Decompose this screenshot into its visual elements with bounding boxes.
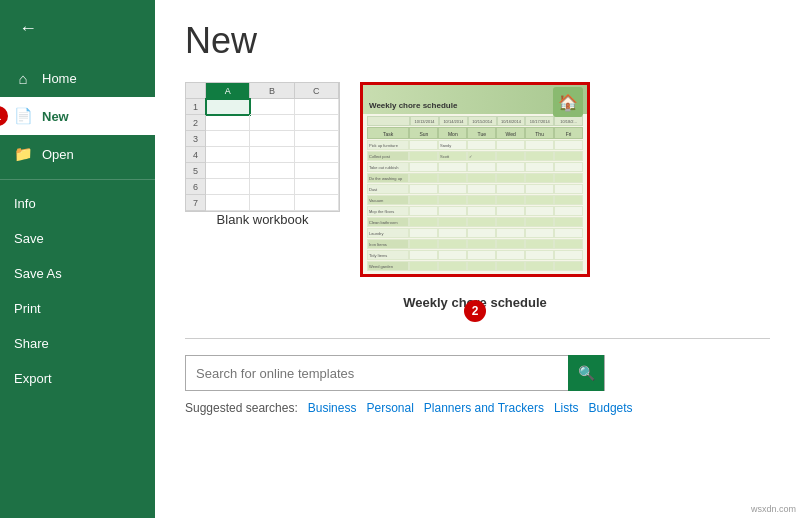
suggested-budgets[interactable]: Budgets — [589, 401, 633, 415]
cell-B6[interactable] — [250, 179, 294, 195]
corner-cell — [186, 83, 206, 99]
chore-date-thu: 10/17/2014 — [525, 116, 554, 126]
page-title: New — [185, 20, 770, 62]
chore-col-headers: Task Sun Mon Tue Wed Thu Fri — [367, 127, 583, 139]
chore-th-task: Task — [367, 127, 409, 139]
badge-2: 2 — [464, 300, 486, 322]
chore-row-9: Laundry — [367, 228, 583, 238]
sidebar-label-export: Export — [14, 371, 52, 386]
col-C: C — [295, 83, 339, 99]
home-icon: ⌂ — [14, 70, 32, 87]
sidebar-label-share: Share — [14, 336, 49, 351]
sidebar-nav: ⌂ Home 1 📄 New 📁 Open Info Save Save As … — [0, 56, 155, 396]
chore-row-4: Do the washing up — [367, 173, 583, 183]
cell-A3[interactable] — [206, 131, 250, 147]
back-button[interactable]: ← — [8, 8, 48, 48]
cell-C2[interactable] — [295, 115, 339, 131]
search-box[interactable]: 🔍 — [185, 355, 605, 391]
chore-row-8: Clean bathroom — [367, 217, 583, 227]
sidebar-label-save: Save — [14, 231, 44, 246]
cell-B5[interactable] — [250, 163, 294, 179]
search-input[interactable] — [196, 366, 570, 381]
open-icon: 📁 — [14, 145, 32, 163]
watermark: wsxdn.com — [751, 504, 796, 514]
search-section: 🔍 Suggested searches: Business Personal … — [185, 338, 770, 415]
cell-B3[interactable] — [250, 131, 294, 147]
cell-C4[interactable] — [295, 147, 339, 163]
suggested-personal[interactable]: Personal — [366, 401, 413, 415]
cell-B2[interactable] — [250, 115, 294, 131]
cell-B4[interactable] — [250, 147, 294, 163]
chore-icon: 🏠 — [553, 87, 583, 117]
blank-workbook-label: Blank workbook — [217, 212, 309, 227]
cell-A1[interactable] — [206, 99, 250, 115]
chore-row-11: Tidy Items — [367, 250, 583, 260]
sidebar-item-info[interactable]: Info — [0, 186, 155, 221]
suggested-row: Suggested searches: Business Personal Pl… — [185, 401, 770, 415]
row-3: 3 — [186, 131, 206, 147]
chore-date-blank — [367, 116, 410, 126]
sidebar-label-open: Open — [42, 147, 74, 162]
suggested-lists[interactable]: Lists — [554, 401, 579, 415]
cell-B1[interactable] — [250, 99, 294, 115]
chore-date-sun: 10/13/2014 — [410, 116, 439, 126]
cell-A4[interactable] — [206, 147, 250, 163]
chore-row-6: Vacuum — [367, 195, 583, 205]
row-1: 1 — [186, 99, 206, 115]
cell-A2[interactable] — [206, 115, 250, 131]
sidebar-label-new: New — [42, 109, 69, 124]
suggested-business[interactable]: Business — [308, 401, 357, 415]
sidebar-item-save[interactable]: Save — [0, 221, 155, 256]
cell-C6[interactable] — [295, 179, 339, 195]
chore-th-mon: Mon — [438, 127, 467, 139]
row-7: 7 — [186, 195, 206, 211]
chore-row-12: Weed garden — [367, 261, 583, 271]
sidebar-label-home: Home — [42, 71, 77, 86]
sidebar-item-share[interactable]: Share — [0, 326, 155, 361]
sidebar-item-export[interactable]: Export — [0, 361, 155, 396]
chore-row-1: Pick up furnitureSandy — [367, 140, 583, 150]
cell-C5[interactable] — [295, 163, 339, 179]
chore-row-2: Collect postScott✓ — [367, 151, 583, 161]
cell-C3[interactable] — [295, 131, 339, 147]
chore-date-wed: 10/16/2014 — [497, 116, 526, 126]
sidebar-item-saveas[interactable]: Save As — [0, 256, 155, 291]
chore-date-tue: 10/15/2014 — [468, 116, 497, 126]
new-icon: 📄 — [14, 107, 32, 125]
blank-workbook-thumb: A B C 1 2 3 — [185, 82, 340, 212]
suggested-label: Suggested searches: — [185, 401, 298, 415]
template-chore[interactable]: 🏠 Weekly chore schedule 10/13/2014 10/14… — [360, 82, 590, 310]
cell-A5[interactable] — [206, 163, 250, 179]
search-icon: 🔍 — [578, 365, 595, 381]
cell-A7[interactable] — [206, 195, 250, 211]
chore-th-sun: Sun — [409, 127, 438, 139]
cell-C1[interactable] — [295, 99, 339, 115]
cell-B7[interactable] — [250, 195, 294, 211]
main-content: New A B C 1 2 — [155, 0, 800, 518]
sidebar-item-home[interactable]: ⌂ Home — [0, 60, 155, 97]
row-2: 2 — [186, 115, 206, 131]
suggested-planners[interactable]: Planners and Trackers — [424, 401, 544, 415]
sidebar-item-open[interactable]: 📁 Open — [0, 135, 155, 173]
chore-th-wed: Wed — [496, 127, 525, 139]
search-button[interactable]: 🔍 — [568, 355, 604, 391]
template-blank[interactable]: A B C 1 2 3 — [185, 82, 340, 310]
cell-C7[interactable] — [295, 195, 339, 211]
templates-row: A B C 1 2 3 — [185, 82, 770, 310]
chore-row-10: Iron Items — [367, 239, 583, 249]
chore-row-3: Take out rubbish — [367, 162, 583, 172]
sidebar-label-saveas: Save As — [14, 266, 62, 281]
col-B: B — [250, 83, 294, 99]
sidebar-item-print[interactable]: Print — [0, 291, 155, 326]
row-6: 6 — [186, 179, 206, 195]
chore-header: 🏠 Weekly chore schedule — [363, 85, 587, 114]
back-icon: ← — [19, 18, 37, 39]
chore-th-tue: Tue — [467, 127, 496, 139]
chore-schedule-thumb: 🏠 Weekly chore schedule 10/13/2014 10/14… — [360, 82, 590, 277]
badge-1: 1 — [0, 106, 8, 126]
sidebar-label-info: Info — [14, 196, 36, 211]
cell-A6[interactable] — [206, 179, 250, 195]
sidebar-divider — [0, 179, 155, 180]
sidebar-item-new[interactable]: 1 📄 New — [0, 97, 155, 135]
chore-table-area: 10/13/2014 10/14/2014 10/15/2014 10/16/2… — [363, 114, 587, 274]
